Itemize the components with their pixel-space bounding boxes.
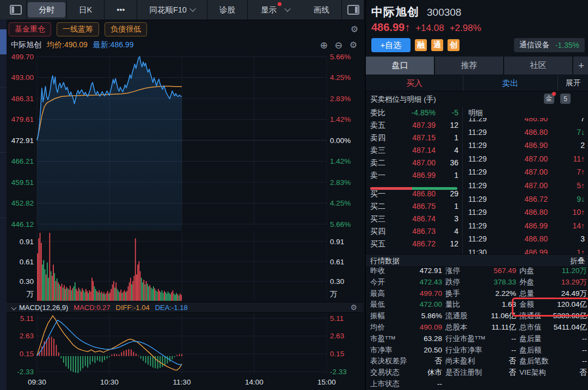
toggle-right-panel-icon[interactable] [347,5,359,15]
sell-level-row[interactable]: 卖五487.3912 [366,119,462,132]
more-periods-button[interactable]: ••• [106,2,136,17]
tags-settings-gear-icon[interactable]: ⚙ [351,25,358,34]
display-menu[interactable]: 显示 [250,2,301,17]
svg-text:2.63: 2.63 [330,332,344,340]
buy-level-row[interactable]: 买四486.734 [366,225,462,238]
sell-level-row[interactable]: 卖一486.991 [366,169,462,182]
detail-header: 明细 [463,107,588,118]
quote-row: 市盈ᵀᵀᴹ63.28行业市盈ᵀᵀᴹ--盘后量-- [366,333,588,345]
tab-daily-k[interactable]: 日K [68,2,103,17]
gold-filter-badge[interactable]: 金 [544,94,554,104]
diagnose-stock-button[interactable]: 诊股 [209,2,246,17]
f10-menu[interactable]: 同花顺F10 [138,2,206,17]
quote-row: 均价490.09总股本11.11亿总市值5411.04亿 [366,322,588,333]
badges-row: +自选 融 通 创 通信设备 -1.35% [371,38,585,52]
sell-level-row[interactable]: 卖三487.144 [366,144,462,157]
tag-blue-chip[interactable]: 一线蓝筹 [57,22,99,36]
svg-text:4.25%: 4.25% [330,199,351,207]
buy-level-row[interactable]: 买二486.751 [366,200,462,213]
amount-highlight-box [512,298,588,317]
svg-text:0.15: 0.15 [330,350,344,358]
svg-text:11:30: 11:30 [173,378,191,386]
chevron-down-icon [189,5,195,11]
toggle-left-panel-icon[interactable] [10,5,22,15]
svg-text:5.11: 5.11 [20,314,34,323]
diff-value: DIFF:-1.04 [116,304,150,312]
timeshare-volume-macd-chart[interactable]: 499.705.66%493.004.25%486.312.83%479.611… [7,52,364,390]
buy-level-row[interactable]: 买五486.7212 [366,238,462,250]
stock-change-pct: +2.98% [450,23,481,34]
sector-chip[interactable]: 通信设备 -1.35% [514,38,585,52]
macd-settings-gear-icon[interactable]: ⚙ [350,304,357,311]
tag-low-debt[interactable]: 负债很低 [105,22,147,36]
add-tab-button[interactable]: + [573,57,588,75]
zoom-out-icon[interactable]: ⊖ [335,41,342,50]
badge-margin[interactable]: 融 [415,39,427,51]
tab-recommend[interactable]: 推荐 [435,57,503,75]
macd-value: MACD:0.27 [74,304,110,312]
svg-text:09:30: 09:30 [28,378,46,386]
notification-dot [278,2,281,6]
chevron-down-icon [284,5,290,11]
quote-data-grid: 昨收472.91涨停567.49内盘11.20万今开472.43跌停378.33… [366,265,588,390]
svg-text:486.31: 486.31 [11,95,34,103]
macd-params: MACD(12,26,9) [19,304,68,312]
divider [0,87,7,88]
collapse-macd-icon[interactable] [11,305,17,310]
svg-text:479.61: 479.61 [11,115,34,123]
buy-level-row[interactable]: 买一486.8029 [366,188,462,200]
tick-row: 11:29487.005↑ [463,179,588,193]
quote-row: 上市状态-- [366,379,588,390]
levels-count-badge[interactable]: 5 [560,94,571,104]
panel-tabs: 盘口 推荐 社区 + [366,57,588,75]
divider [0,218,7,218]
left-collapsed-sidebar[interactable] [0,0,7,390]
badge-connect[interactable]: 通 [431,39,443,51]
sidebar-top-segment [0,0,7,20]
dea-value: DEA:-1.18 [155,304,188,312]
tick-row: 11:29486.729↓ [463,193,588,206]
svg-text:-2.33: -2.33 [17,368,34,376]
svg-text:5.66%: 5.66% [330,220,351,228]
fold-button[interactable]: 折叠 [570,256,585,266]
last-price-label: 最新:486.99 [93,40,134,50]
sector-change-pct: -1.35% [555,41,579,49]
book-title: 买卖档位与明细 (手) [370,95,436,104]
tick-row: 11:29487.007↑ [463,165,588,179]
draw-line-button[interactable]: 画线 [303,2,340,17]
toolbar: 分时 日K ••• 同花顺F10 诊股 显示 画线 [7,0,364,20]
tick-row: 11:29487.0011↑ [463,152,588,166]
zoom-in-icon[interactable]: ⊕ [320,41,328,50]
order-book-levels: 委比-4.85%-5卖五487.3912卖四487.151卖三487.144卖二… [366,107,462,254]
svg-text:5.66%: 5.66% [330,53,351,61]
buy-level-row[interactable]: 买三486.743 [366,213,462,225]
divider [558,75,558,91]
tab-timeshare[interactable]: 分时 [28,2,65,17]
stock-name: 中际旭创 [371,4,419,20]
stock-header: 中际旭创 300308 [371,4,461,20]
stock-tags-row: 基金重仓 一线蓝筹 负债很低 ⚙ [7,20,366,38]
badge-chinext[interactable]: 创 [448,39,460,51]
svg-text:0.91: 0.91 [20,238,34,246]
svg-text:0.91: 0.91 [330,238,344,246]
expand-button[interactable]: 展开 [558,78,588,88]
add-watchlist-button[interactable]: +自选 [371,38,411,52]
svg-text:0.30: 0.30 [20,277,34,286]
chart-panel: 分时 日K ••• 同花顺F10 诊股 显示 画线 基金重仓 一线蓝筹 负债很低… [7,0,364,390]
tag-fund-heavy[interactable]: 基金重仓 [9,22,51,36]
chart-settings-gear-icon[interactable]: ⚙ [350,41,357,49]
quote-row: 今开472.43跌停378.33外盘13.29万 [366,277,588,288]
svg-text:4.25%: 4.25% [330,73,351,82]
sell-level-row[interactable]: 卖四487.151 [366,132,462,144]
stock-price: 486.99↑ [371,21,410,34]
divider [0,152,7,153]
tab-order-book[interactable]: 盘口 [366,57,434,75]
sell-level-row[interactable]: 卖二487.0036 [366,157,462,169]
sell-button[interactable]: 卖出 [463,78,558,89]
buy-button[interactable]: 买入 [366,78,463,89]
stock-price-row: 486.99↑ +14.08 +2.98% [371,21,481,34]
svg-text:5.11: 5.11 [330,314,344,323]
svg-text:466.21: 466.21 [11,157,34,165]
tab-community[interactable]: 社区 [504,57,572,75]
svg-text:472.91: 472.91 [11,137,34,145]
